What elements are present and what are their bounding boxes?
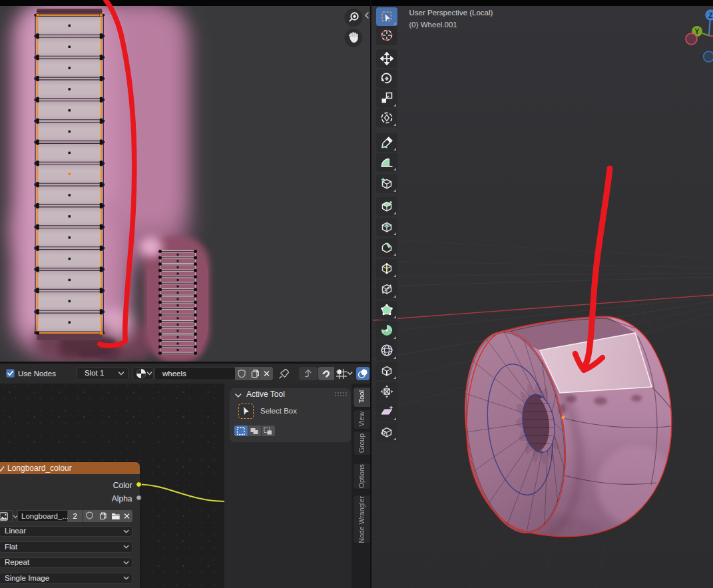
svg-text:Z: Z xyxy=(708,11,713,19)
svg-text:Y: Y xyxy=(694,27,699,35)
